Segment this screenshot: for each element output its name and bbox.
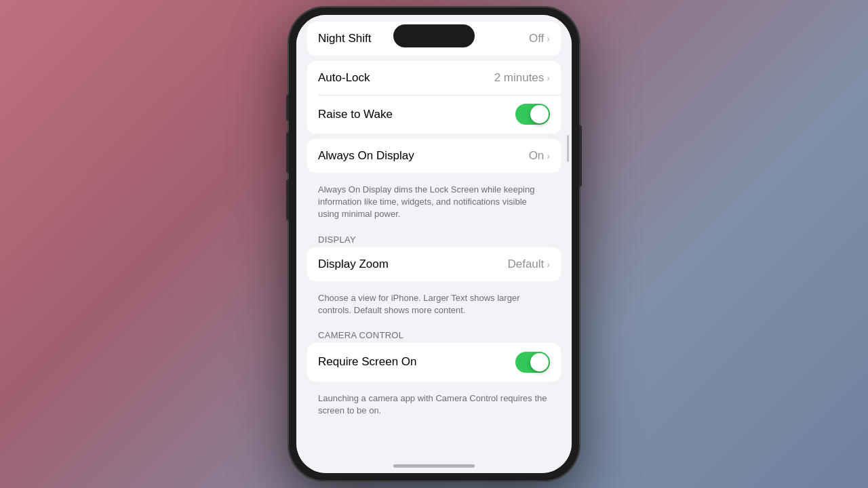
dynamic-island [393,24,475,47]
require-screen-label: Require Screen On [318,355,417,369]
always-on-display-value: On › [529,149,550,163]
scroll-thumb [567,135,569,162]
phone-frame-wrapper: Night Shift Off › Auto-Lock 2 minutes › [288,7,580,481]
night-shift-value: Off › [529,32,550,45]
require-screen-row: Require Screen On [307,343,561,382]
night-shift-label: Night Shift [318,32,371,45]
auto-lock-value: 2 minutes › [494,71,550,85]
auto-lock-row[interactable]: Auto-Lock 2 minutes › [307,61,561,95]
chevron-icon: › [547,73,550,83]
always-on-display-group: Always On Display On › [307,139,561,173]
auto-lock-label: Auto-Lock [318,71,370,85]
display-zoom-label: Display Zoom [318,258,389,271]
volume-up-button [286,132,289,173]
always-on-display-description: Always On Display dims the Lock Screen w… [296,178,572,229]
display-section-header: DISPLAY [296,229,572,247]
display-zoom-description: Choose a view for iPhone. Larger Text sh… [296,287,572,325]
scroll-track [567,56,569,453]
raise-to-wake-toggle[interactable] [515,104,550,125]
chevron-icon: › [547,259,550,270]
camera-control-section-header: CAMERA CONTROL [296,325,572,343]
raise-to-wake-label: Raise to Wake [318,108,393,121]
home-indicator [393,464,475,468]
power-button [579,125,582,186]
display-zoom-value: Default › [507,258,550,271]
chevron-icon: › [547,33,550,44]
require-screen-group: Require Screen On [307,343,561,382]
auto-lock-group: Auto-Lock 2 minutes › Raise to Wake [307,61,561,134]
display-zoom-row[interactable]: Display Zoom Default › [307,247,561,281]
always-on-display-row[interactable]: Always On Display On › [307,139,561,173]
chevron-icon: › [547,150,550,161]
toggle-knob [530,353,549,371]
raise-to-wake-row: Raise to Wake [307,95,561,134]
require-screen-description: Launching a camera app with Camera Contr… [296,387,572,425]
toggle-knob [530,105,549,123]
screen-content: Night Shift Off › Auto-Lock 2 minutes › [296,15,572,473]
always-on-display-label: Always On Display [318,149,414,163]
display-zoom-group: Display Zoom Default › [307,247,561,281]
volume-down-button [286,180,289,220]
mute-button [286,95,289,121]
settings-scroll-view: Night Shift Off › Auto-Lock 2 minutes › [296,15,572,439]
require-screen-toggle[interactable] [515,352,550,373]
phone-screen: Night Shift Off › Auto-Lock 2 minutes › [296,15,572,473]
